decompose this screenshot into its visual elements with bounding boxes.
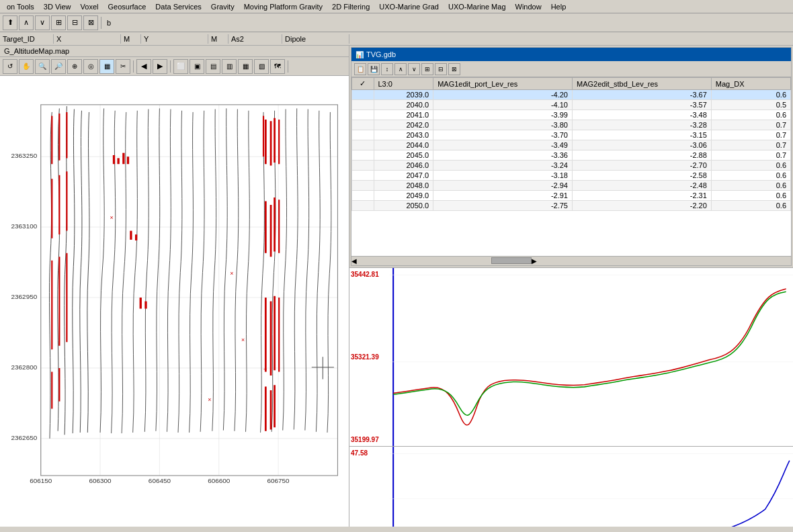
table-row[interactable]: 2047.0 -3.18 -2.58 0.6 xyxy=(352,171,791,181)
th-magdx: Mag_DX xyxy=(711,78,790,90)
svg-rect-37 xyxy=(390,268,793,446)
svg-text:×: × xyxy=(230,270,233,277)
map-btn-frame2[interactable]: ▣ xyxy=(190,59,204,74)
cell-mag1: -3.99 xyxy=(433,110,573,120)
table-row[interactable]: 2044.0 -3.49 -3.06 0.7 xyxy=(352,140,791,150)
svg-rect-25 xyxy=(127,157,129,164)
cell-mag1: -2.75 xyxy=(433,201,573,211)
scroll-left[interactable]: ◀ xyxy=(351,257,357,265)
table-row[interactable]: 2041.0 -3.99 -3.48 0.6 xyxy=(352,110,791,120)
tvg-btn-col[interactable]: ⊞ xyxy=(421,63,433,75)
map-btn-2[interactable]: ✋ xyxy=(19,59,34,74)
cell-mag2: -2.58 xyxy=(572,171,711,181)
tvg-toolbar: 📋 💾 ↕ ∧ ∨ ⊞ ⊟ ⊠ xyxy=(351,61,791,77)
menu-2d-filtering[interactable]: 2D Filtering xyxy=(328,2,374,11)
map-btn-frame5[interactable]: ▦ xyxy=(238,59,253,74)
tvg-btn-sel[interactable]: ⊠ xyxy=(448,63,460,75)
map-canvas: 2363250 2363100 2362950 2362800 2362650 … xyxy=(0,76,349,527)
map-btn-5[interactable]: ⊕ xyxy=(67,59,82,74)
map-sep-3 xyxy=(288,60,288,73)
map-btn-extra[interactable]: 🗺 xyxy=(270,59,285,74)
column-headers: Target_ID X M Y M As2 Dipole xyxy=(0,32,793,46)
tvg-btn-dn[interactable]: ∨ xyxy=(408,63,420,75)
table-row[interactable]: 2045.0 -3.36 -2.88 0.7 xyxy=(352,150,791,161)
svg-rect-27 xyxy=(135,234,137,240)
menu-moving-platform[interactable]: Moving Platform Gravity xyxy=(240,2,327,11)
tvg-btn-2[interactable]: 💾 xyxy=(368,63,380,75)
toolbar-btn-4[interactable]: ⊞ xyxy=(51,15,66,30)
menu-uxo-marine-grad[interactable]: UXO-Marine Grad xyxy=(375,2,443,11)
table-row[interactable]: 2043.0 -3.70 -3.15 0.7 xyxy=(352,130,791,140)
scroll-right[interactable]: ▶ xyxy=(532,257,537,265)
table-row[interactable]: 2046.0 -3.24 -2.70 0.6 xyxy=(352,161,791,171)
tvg-btn-row[interactable]: ⊟ xyxy=(435,63,447,75)
map-btn-frame[interactable]: ⬜ xyxy=(173,59,188,74)
menu-gravity[interactable]: Gravity xyxy=(207,2,239,11)
map-btn-frame3[interactable]: ▤ xyxy=(206,59,220,74)
cell-mag1: -4.20 xyxy=(433,90,573,100)
map-btn-prev[interactable]: ◀ xyxy=(136,59,151,74)
menu-3d-view[interactable]: 3D View xyxy=(40,2,75,11)
toolbar-btn-1[interactable]: ⬆ xyxy=(3,15,17,30)
cell-mag2: -3.28 xyxy=(572,120,711,130)
svg-text:2363250: 2363250 xyxy=(11,152,38,159)
menu-help[interactable]: Help xyxy=(547,2,571,11)
scroll-thumb[interactable] xyxy=(491,257,532,264)
table-row[interactable]: 2040.0 -4.10 -3.57 0.5 xyxy=(352,100,791,110)
cell-mag1: -3.24 xyxy=(433,161,573,171)
menu-window[interactable]: Window xyxy=(511,2,546,11)
map-btn-frame6[interactable]: ▧ xyxy=(254,59,269,74)
tvg-btn-1[interactable]: 📋 xyxy=(354,63,366,75)
menu-data-services[interactable]: Data Services xyxy=(151,2,205,11)
scrollbar-area[interactable]: ◀ ▶ xyxy=(351,256,791,265)
menu-voxel[interactable]: Voxel xyxy=(77,2,103,11)
tvg-icon: 📊 xyxy=(356,51,364,58)
cell-magdx: 0.5 xyxy=(711,100,790,110)
table-row[interactable]: 2049.0 -2.91 -2.31 0.6 xyxy=(352,191,791,201)
svg-rect-23 xyxy=(117,158,119,164)
map-btn-6[interactable]: ◎ xyxy=(83,59,98,74)
cell-mag1: -2.91 xyxy=(433,191,573,201)
map-btn-8[interactable]: ✂ xyxy=(116,59,130,74)
menu-on-tools[interactable]: on Tools xyxy=(3,2,38,11)
cell-l3: 2043.0 xyxy=(374,130,433,140)
cell-l3: 2039.0 xyxy=(374,90,433,100)
svg-text:606150: 606150 xyxy=(30,477,52,484)
menu-uxo-marine-mag[interactable]: UXO-Marine Mag xyxy=(444,2,510,11)
toolbar-btn-2[interactable]: ∧ xyxy=(19,15,34,30)
map-btn-next[interactable]: ▶ xyxy=(153,59,167,74)
menu-geosurface[interactable]: Geosurface xyxy=(103,2,150,11)
cell-magdx: 0.6 xyxy=(711,191,790,201)
tvg-btn-up[interactable]: ∧ xyxy=(394,63,407,75)
map-sep xyxy=(133,60,134,73)
map-btn-3[interactable]: 🔍 xyxy=(35,59,50,74)
tvg-btn-3[interactable]: ↕ xyxy=(381,63,393,75)
cell-check xyxy=(352,150,374,161)
table-row[interactable]: 2042.0 -3.80 -3.28 0.7 xyxy=(352,120,791,130)
toolbar-btn-3[interactable]: ∨ xyxy=(35,15,50,30)
svg-rect-42 xyxy=(390,447,793,527)
toolbar-btn-5[interactable]: ⊟ xyxy=(67,15,82,30)
cell-magdx: 0.7 xyxy=(711,130,790,140)
table-row[interactable]: 2039.0 -4.20 -3.67 0.6 xyxy=(352,90,791,100)
table-row[interactable]: 2050.0 -2.75 -2.20 0.6 xyxy=(352,201,791,211)
map-btn-select[interactable]: ▦ xyxy=(99,59,114,74)
cell-magdx: 0.6 xyxy=(711,110,790,120)
toolbar-text: b xyxy=(104,19,114,27)
cell-mag1: -3.36 xyxy=(433,150,573,161)
cell-mag1: -3.80 xyxy=(433,120,573,130)
cell-mag2: -3.15 xyxy=(572,130,711,140)
toolbar-btn-6[interactable]: ⊠ xyxy=(83,15,98,30)
main-container: G_AltitudeMap.map ↺ ✋ 🔍 🔎 ⊕ ◎ ▦ ✂ ◀ ▶ ⬜ … xyxy=(0,46,793,527)
svg-text:606600: 606600 xyxy=(208,477,231,484)
map-btn-1[interactable]: ↺ xyxy=(3,59,17,74)
cell-magdx: 0.6 xyxy=(711,181,790,191)
table-row[interactable]: 2048.0 -2.94 -2.48 0.6 xyxy=(352,181,791,191)
map-btn-frame4[interactable]: ▥ xyxy=(222,59,237,74)
map-btn-4[interactable]: 🔎 xyxy=(51,59,66,74)
svg-text:×: × xyxy=(208,396,211,403)
cell-mag2: -2.20 xyxy=(572,201,711,211)
cell-check xyxy=(352,181,374,191)
cell-mag2: -2.48 xyxy=(572,181,711,191)
cell-l3: 2044.0 xyxy=(374,140,433,150)
